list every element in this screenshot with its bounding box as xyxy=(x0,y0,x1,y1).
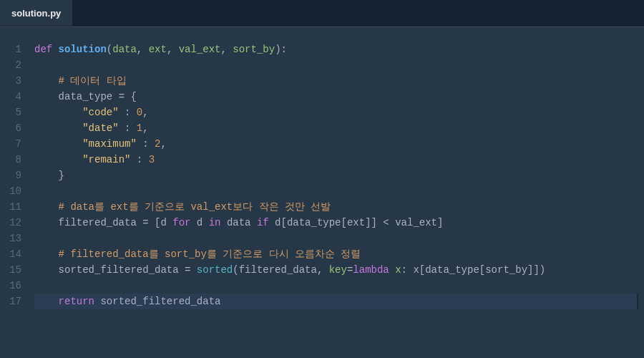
code-line: # data를 ext를 기준으로 val_ext보다 작은 것만 선발 xyxy=(34,199,644,215)
line-number: 8 xyxy=(0,152,21,168)
line-number: 4 xyxy=(0,89,21,105)
line-number: 6 xyxy=(0,120,21,136)
line-number: 7 xyxy=(0,136,21,152)
line-number: 14 xyxy=(0,246,21,262)
code-line: "date" : 1, xyxy=(34,120,644,136)
code-line: sorted_filtered_data = sorted(filtered_d… xyxy=(34,262,644,278)
line-number: 15 xyxy=(0,262,21,278)
code-line: "code" : 0, xyxy=(34,105,644,120)
code-line xyxy=(34,183,644,199)
code-line xyxy=(34,231,644,246)
line-number: 5 xyxy=(0,105,21,120)
line-number: 12 xyxy=(0,215,21,231)
editor: 1 2 3 4 5 6 7 8 9 10 11 12 13 14 15 16 1… xyxy=(0,26,644,309)
code-line: data_type = { xyxy=(34,89,644,105)
code-area[interactable]: def solution(data, ext, val_ext, sort_by… xyxy=(34,42,644,309)
line-number: 9 xyxy=(0,168,21,183)
code-line: filtered_data = [d for d in data if d[da… xyxy=(34,215,644,231)
tab-bar: solution.py xyxy=(0,0,644,26)
code-line xyxy=(34,278,644,294)
code-line: "remain" : 3 xyxy=(34,152,644,168)
line-number: 10 xyxy=(0,183,21,199)
code-line: # 데이터 타입 xyxy=(34,73,644,89)
code-line-active: return sorted_filtered_data xyxy=(34,294,638,309)
code-line: } xyxy=(34,168,644,183)
line-number: 3 xyxy=(0,73,21,89)
tab-filename: solution.py xyxy=(11,8,61,19)
file-tab[interactable]: solution.py xyxy=(0,0,72,26)
line-number: 13 xyxy=(0,231,21,246)
code-line: "maximum" : 2, xyxy=(34,136,644,152)
line-number: 11 xyxy=(0,199,21,215)
editor-body[interactable]: 1 2 3 4 5 6 7 8 9 10 11 12 13 14 15 16 1… xyxy=(0,27,644,309)
code-line: def solution(data, ext, val_ext, sort_by… xyxy=(34,42,644,57)
code-line xyxy=(34,57,644,73)
line-number: 1 xyxy=(0,42,21,57)
line-gutter: 1 2 3 4 5 6 7 8 9 10 11 12 13 14 15 16 1… xyxy=(0,42,34,309)
code-line: # filtered_data를 sort_by를 기준으로 다시 오름차순 정… xyxy=(34,246,644,262)
line-number: 2 xyxy=(0,57,21,73)
line-number: 16 xyxy=(0,278,21,294)
line-number: 17 xyxy=(0,294,21,309)
